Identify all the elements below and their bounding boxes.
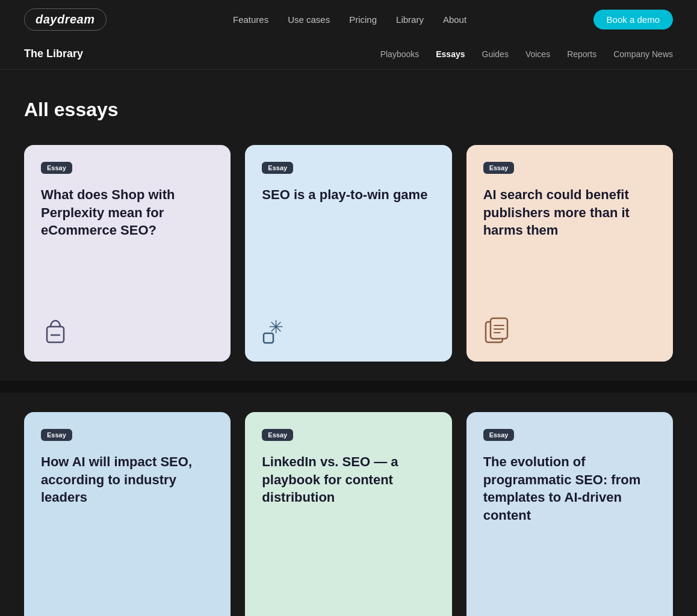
card-badge-1: Essay — [41, 162, 72, 174]
essay-card-4[interactable]: Essay How AI will impact SEO, according … — [24, 412, 231, 616]
cards-grid-row2: Essay How AI will impact SEO, according … — [24, 393, 673, 616]
nav-essays[interactable]: Essays — [436, 49, 465, 59]
placeholder-icon-6 — [483, 583, 512, 612]
nav-use-cases[interactable]: Use cases — [288, 14, 330, 25]
card-badge-6: Essay — [483, 429, 515, 441]
secondary-nav-links: Playbooks Essays Guides Voices Reports C… — [380, 49, 673, 59]
card-title-6: The evolution of programmatic SEO: from … — [483, 453, 656, 525]
nav-links: Features Use cases Pricing Library About — [233, 14, 466, 25]
cards-grid-row1: Essay What does Shop with Perplexity mea… — [24, 145, 673, 362]
nav-features[interactable]: Features — [233, 14, 268, 25]
page-title: All essays — [24, 99, 673, 121]
card-badge-2: Essay — [262, 162, 293, 174]
nav-playbooks[interactable]: Playbooks — [380, 49, 420, 59]
essay-card-5[interactable]: Essay LinkedIn vs. SEO — a playbook for … — [245, 412, 451, 616]
essay-card-2[interactable]: Essay SEO is a play-to-win game ✳ — [245, 145, 451, 362]
newspaper-icon — [483, 316, 512, 345]
regex-icon: ✳ — [262, 316, 291, 345]
card-badge-5: Essay — [262, 429, 293, 441]
essay-card-1[interactable]: Essay What does Shop with Perplexity mea… — [24, 145, 231, 362]
placeholder-icon-5 — [262, 583, 291, 612]
logo[interactable]: daydream — [24, 8, 107, 31]
card-badge-3: Essay — [483, 162, 515, 174]
nav-library[interactable]: Library — [396, 14, 424, 25]
placeholder-icon-4 — [41, 583, 70, 612]
secondary-navigation: The Library Playbooks Essays Guides Voic… — [0, 38, 697, 70]
nav-about[interactable]: About — [443, 14, 466, 25]
nav-guides[interactable]: Guides — [482, 49, 509, 59]
top-navigation: daydream Features Use cases Pricing Libr… — [0, 0, 697, 38]
essay-card-6[interactable]: Essay The evolution of programmatic SEO:… — [466, 412, 673, 616]
card-badge-4: Essay — [41, 429, 72, 441]
card-title-4: How AI will impact SEO, according to ind… — [41, 453, 214, 507]
shopping-bag-icon — [41, 316, 70, 345]
card-title-3: AI search could benefit publishers more … — [483, 186, 656, 239]
nav-reports[interactable]: Reports — [567, 49, 596, 59]
card-title-2: SEO is a play-to-win game — [262, 186, 435, 204]
nav-company-news[interactable]: Company News — [613, 49, 673, 59]
main-content: All essays Essay What does Shop with Per… — [0, 70, 697, 616]
nav-voices[interactable]: Voices — [525, 49, 550, 59]
nav-pricing[interactable]: Pricing — [349, 14, 377, 25]
library-title: The Library — [24, 48, 83, 60]
card-title-1: What does Shop with Perplexity mean for … — [41, 186, 214, 239]
essay-card-3[interactable]: Essay AI search could benefit publishers… — [466, 145, 673, 362]
card-title-5: LinkedIn vs. SEO — a playbook for conten… — [262, 453, 435, 507]
section-divider — [0, 381, 697, 393]
book-demo-button[interactable]: Book a demo — [593, 10, 673, 29]
